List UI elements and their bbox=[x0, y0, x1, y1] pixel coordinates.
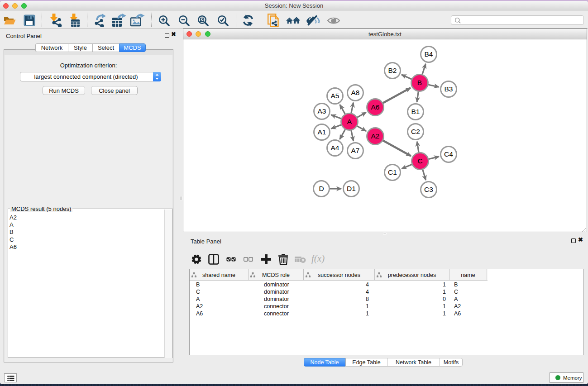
svg-text:A5: A5 bbox=[331, 92, 339, 100]
svg-text:C4: C4 bbox=[444, 150, 453, 158]
svg-text:B4: B4 bbox=[425, 50, 433, 58]
svg-text:A8: A8 bbox=[351, 89, 360, 96]
svg-text:B: B bbox=[417, 79, 422, 86]
svg-text:D1: D1 bbox=[347, 185, 356, 192]
svg-text:A: A bbox=[347, 118, 352, 125]
svg-text:A7: A7 bbox=[351, 147, 360, 154]
svg-text:D: D bbox=[319, 185, 324, 192]
svg-text:A6: A6 bbox=[371, 103, 380, 111]
svg-text:C: C bbox=[417, 157, 422, 165]
svg-text:B1: B1 bbox=[411, 108, 420, 115]
svg-text:C2: C2 bbox=[411, 128, 420, 135]
svg-text:C1: C1 bbox=[388, 168, 397, 176]
svg-text:A4: A4 bbox=[331, 144, 339, 152]
svg-text:A3: A3 bbox=[318, 107, 326, 115]
svg-text:A2: A2 bbox=[371, 132, 380, 140]
svg-text:B3: B3 bbox=[445, 85, 453, 93]
svg-text:C3: C3 bbox=[424, 186, 433, 193]
svg-text:A1: A1 bbox=[318, 128, 326, 136]
svg-text:B2: B2 bbox=[388, 67, 397, 74]
